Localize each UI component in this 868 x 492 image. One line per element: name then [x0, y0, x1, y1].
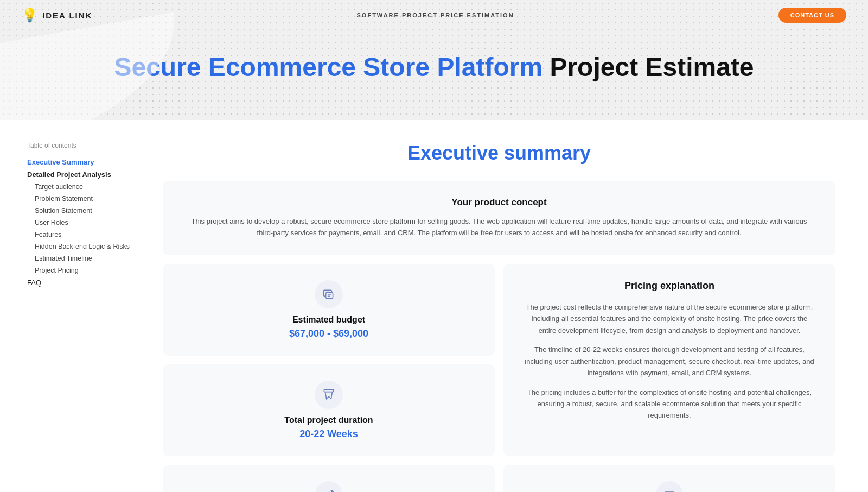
logo-icon: 💡 [22, 8, 38, 23]
duration-label: Total project duration [284, 415, 373, 425]
sidebar-item-project-pricing[interactable]: Project Pricing [27, 264, 136, 276]
header: 💡 IDEA LINK SOFTWARE PROJECT PRICE ESTIM… [0, 0, 868, 120]
sidebar: Table of contents Executive Summary Deta… [0, 120, 152, 492]
budget-pricing-row: Estimated budget $67,000 - $69,000 Total… [163, 264, 835, 456]
budget-label: Estimated budget [292, 315, 365, 325]
sidebar-item-detailed-analysis[interactable]: Detailed Project Analysis [27, 168, 136, 181]
product-concept-card: Your product concept This project aims t… [163, 181, 835, 255]
sidebar-item-faq[interactable]: FAQ [27, 276, 136, 289]
toc-label: Table of contents [27, 142, 136, 149]
dev-planning-icon [656, 481, 683, 492]
sidebar-item-executive-summary[interactable]: Executive Summary [27, 156, 136, 168]
main-content: Executive summary Your product concept T… [152, 120, 868, 492]
nav-title: SOFTWARE PROJECT PRICE ESTIMATION [357, 12, 514, 18]
hero-title-black: Project Estimate [542, 53, 754, 81]
svg-rect-3 [326, 293, 333, 299]
duration-icon [315, 381, 343, 409]
svg-rect-6 [324, 389, 333, 392]
metrics-col: Estimated budget $67,000 - $69,000 Total… [163, 264, 495, 456]
hero-title: Secure Ecommerce Store Platform Project … [22, 52, 846, 82]
pricing-explanation-title: Pricing explanation [523, 280, 816, 292]
dev-planning-card: Development planning & architecture [503, 465, 835, 492]
duration-card: Total project duration 20-22 Weeks [163, 364, 495, 456]
design-analysis-icon [315, 481, 342, 492]
design-analysis-card: Design & analysis [163, 465, 495, 492]
pricing-para-3: The pricing includes a buffer for the co… [523, 387, 816, 421]
contact-button[interactable]: CONTACT US [778, 8, 846, 23]
estimated-budget-card: Estimated budget $67,000 - $69,000 [163, 264, 495, 356]
sidebar-item-problem-statement[interactable]: Problem Statement [27, 193, 136, 205]
sidebar-item-target-audience[interactable]: Target audience [27, 181, 136, 193]
logo-text: IDEA LINK [42, 11, 92, 20]
bottom-cards-row: Design & analysis Development planning &… [163, 465, 835, 492]
logo-area: 💡 IDEA LINK [22, 8, 92, 23]
product-concept-title: Your product concept [182, 197, 816, 208]
main-layout: Table of contents Executive Summary Deta… [0, 120, 868, 492]
hero-title-area: Secure Ecommerce Store Platform Project … [0, 30, 868, 120]
section-title: Executive summary [163, 142, 835, 165]
pricing-explanation-card: Pricing explanation The project cost ref… [503, 264, 835, 456]
sidebar-item-features[interactable]: Features [27, 229, 136, 241]
hero-title-blue: Secure Ecommerce Store Platform [114, 53, 542, 81]
sidebar-item-user-roles[interactable]: User Roles [27, 217, 136, 229]
product-concept-text: This project aims to develop a robust, s… [182, 216, 816, 239]
pricing-para-1: The project cost reflects the comprehens… [523, 301, 816, 336]
pricing-para-2: The timeline of 20-22 weeks ensures thor… [523, 344, 816, 379]
duration-value: 20-22 Weeks [299, 428, 358, 440]
budget-icon [315, 280, 343, 308]
sidebar-item-solution-statement[interactable]: Solution Statement [27, 205, 136, 217]
budget-value: $67,000 - $69,000 [289, 328, 368, 339]
sidebar-item-hidden-backend[interactable]: Hidden Back-end Logic & Risks [27, 241, 136, 253]
sidebar-item-estimated-timeline[interactable]: Estimated Timeline [27, 253, 136, 264]
